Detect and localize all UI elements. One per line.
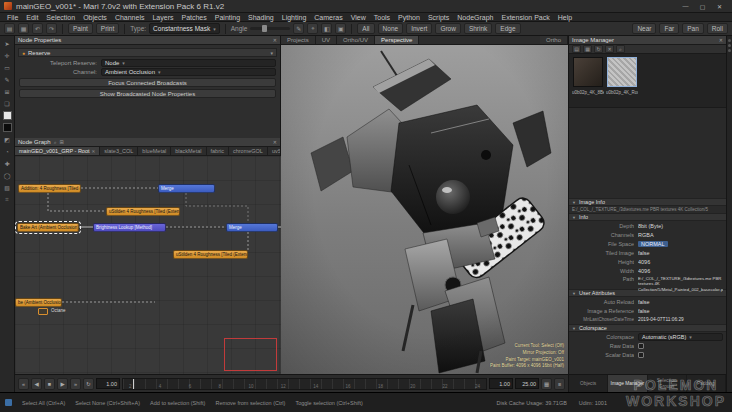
menu-file[interactable]: File xyxy=(3,14,22,21)
add-tool-icon[interactable]: ✚ xyxy=(2,158,13,169)
current-frame-field[interactable]: 1.00 xyxy=(96,378,120,389)
graph-tab-bluemetal[interactable]: blueMetal xyxy=(138,147,171,155)
node-merge-2[interactable]: Merge xyxy=(226,223,278,232)
graph-tab-root[interactable]: mainGEO_v001_GRP - Root ✕ xyxy=(15,147,100,155)
close-icon[interactable]: ✕ xyxy=(92,149,96,154)
menu-tools[interactable]: Tools xyxy=(370,14,394,21)
far-clip-button[interactable]: Far xyxy=(659,23,679,34)
menu-edit[interactable]: Edit xyxy=(22,14,42,21)
loop-button[interactable]: ↻ xyxy=(83,378,94,390)
angle-slider[interactable] xyxy=(250,27,290,30)
palette-handle-icon[interactable] xyxy=(728,44,731,47)
grid-tool-icon[interactable]: ⌗ xyxy=(2,194,13,205)
clone-tool-icon[interactable]: ❏ xyxy=(2,98,13,109)
play-backwards-button[interactable]: ◀ xyxy=(31,378,42,390)
target-icon[interactable]: ⌖ xyxy=(307,23,318,34)
file-space-value[interactable]: NORMAL xyxy=(638,241,668,247)
info-subsection-header[interactable]: ▼ Info xyxy=(569,213,726,221)
save-image-icon[interactable]: ▦ xyxy=(583,45,592,53)
timeline-options-icon[interactable]: ▦ xyxy=(541,378,552,390)
teleport-reserve-dropdown[interactable]: Node ▾ xyxy=(101,59,276,67)
play-button[interactable]: ▶ xyxy=(57,378,68,390)
colorspace-section-header[interactable]: ▼ Colorspace xyxy=(569,324,726,332)
graph-tab-fabric[interactable]: fabric xyxy=(207,147,229,155)
select-shrink-button[interactable]: Shrink xyxy=(464,23,492,34)
menu-shading[interactable]: Shading xyxy=(244,14,278,21)
navigator-rect[interactable] xyxy=(224,338,277,371)
select-none-button[interactable]: None xyxy=(378,23,404,34)
go-to-start-button[interactable]: « xyxy=(18,378,29,390)
move-tool-icon[interactable]: ✛ xyxy=(2,50,13,61)
menu-channels[interactable]: Channels xyxy=(111,14,149,21)
tab-ortho[interactable]: Ortho xyxy=(540,36,568,44)
open-project-icon[interactable]: ▦ xyxy=(18,23,29,34)
node-be-occlusion[interactable]: be (Ambient Occlusion) xyxy=(15,298,62,307)
paint-mode-button[interactable]: Paint xyxy=(68,23,93,34)
colorspace-dropdown[interactable]: Automatic (sRGB) ▾ xyxy=(638,333,723,341)
menu-cameras[interactable]: Cameras xyxy=(310,14,346,21)
close-icon[interactable]: ✕ xyxy=(273,139,277,145)
go-to-end-button[interactable]: » xyxy=(70,378,81,390)
menu-view[interactable]: View xyxy=(347,14,370,21)
tab-perspective[interactable]: Perspective xyxy=(375,36,419,44)
graph-tab-uvseasgrp[interactable]: uvSeas_GRP xyxy=(268,147,280,155)
menu-extension-pack[interactable]: Extension Pack xyxy=(498,14,554,21)
graph-tab-blackmetal[interactable]: blackMetal xyxy=(171,147,206,155)
undo-icon[interactable]: ↶ xyxy=(32,23,43,34)
menu-layers[interactable]: Layers xyxy=(148,14,177,21)
node-brightness-lookup[interactable]: Brightness Lookup [Method] xyxy=(93,223,166,232)
menu-scripts[interactable]: Scripts xyxy=(424,14,453,21)
tab-padding[interactable]: Padding xyxy=(687,375,726,392)
raw-data-checkbox[interactable] xyxy=(638,343,644,349)
tab-image-manager[interactable]: Image Manager xyxy=(608,375,647,392)
image-info-section-header[interactable]: ▼ Image Info xyxy=(569,198,726,206)
focus-connected-broadcasts-button[interactable]: Focus Connected Broadcasts xyxy=(19,78,276,87)
blur-tool-icon[interactable]: ◔ xyxy=(2,146,13,157)
menu-painting[interactable]: Painting xyxy=(211,14,244,21)
pattern-tool-icon[interactable]: ▧ xyxy=(2,182,13,193)
node-ustilden-1[interactable]: uStilden 4 Roughness [Tiled (Extended)] xyxy=(106,207,180,216)
tab-selection-groups[interactable]: Selection Groups xyxy=(648,375,687,392)
menu-nodegraph[interactable]: NodeGraph xyxy=(453,14,497,21)
near-clip-button[interactable]: Near xyxy=(632,23,656,34)
range-start-field[interactable]: 1.00 xyxy=(489,378,513,389)
menu-patches[interactable]: Patches xyxy=(177,14,210,21)
close-button[interactable]: ✕ xyxy=(711,0,728,12)
delete-image-icon[interactable]: ✕ xyxy=(605,45,614,53)
node-ustilden-2[interactable]: uStilden 4 Roughness [Tiled (Extended)] xyxy=(173,250,248,259)
timeline-menu-icon[interactable]: ≡ xyxy=(554,378,565,390)
node-octane[interactable] xyxy=(38,308,48,315)
background-color-swatch[interactable] xyxy=(3,123,12,132)
print-mode-button[interactable]: Print xyxy=(96,23,119,34)
maximize-button[interactable]: ▢ xyxy=(694,0,711,12)
select-grow-button[interactable]: Grow xyxy=(435,23,461,34)
tab-uv[interactable]: UV xyxy=(316,36,337,44)
grid-icon[interactable]: ⊞ xyxy=(60,139,64,145)
gradient-tool-icon[interactable]: ◩ xyxy=(2,134,13,145)
graph-tab-slate3col[interactable]: slate3_COL xyxy=(100,147,138,155)
select-invert-button[interactable]: Invert xyxy=(406,23,432,34)
tab-ortho-uv[interactable]: Ortho/UV xyxy=(337,36,375,44)
select-tool-icon[interactable]: ➤ xyxy=(2,38,13,49)
scalar-data-checkbox[interactable] xyxy=(638,352,644,358)
tab-objects[interactable]: Objects xyxy=(569,375,608,392)
tab-projects[interactable]: Projects xyxy=(281,36,316,44)
thumbnail-basecolor[interactable] xyxy=(573,57,603,87)
channel-dropdown[interactable]: Ambient Occlusion ▾ xyxy=(101,68,276,76)
paint-through-tool-icon[interactable]: ⊞ xyxy=(2,86,13,97)
node-graph-canvas[interactable]: Addition: 4 Roughness [Tiled (Extended)]… xyxy=(15,156,281,374)
brush-icon[interactable]: ✎ xyxy=(293,23,304,34)
buffer-icon[interactable]: ▣ xyxy=(335,23,346,34)
menu-lighting[interactable]: Lighting xyxy=(278,14,311,21)
select-edge-button[interactable]: Edge xyxy=(495,23,520,34)
timeline-ruler[interactable]: 2 4 6 8 10 12 14 16 18 20 22 24 xyxy=(122,378,487,390)
foreground-color-swatch[interactable] xyxy=(3,111,12,120)
node-bake-art[interactable]: Bake Art (Ambient Occlusion) xyxy=(17,223,79,232)
redo-icon[interactable]: ↷ xyxy=(46,23,57,34)
pan-camera-button[interactable]: Pan xyxy=(682,23,704,34)
thumbnail-roughness-selected[interactable] xyxy=(607,57,637,87)
type-dropdown[interactable]: Constantness Mask ▾ xyxy=(149,23,220,34)
playhead[interactable] xyxy=(133,379,134,389)
menu-selection[interactable]: Selection xyxy=(42,14,79,21)
menu-help[interactable]: Help xyxy=(554,14,576,21)
